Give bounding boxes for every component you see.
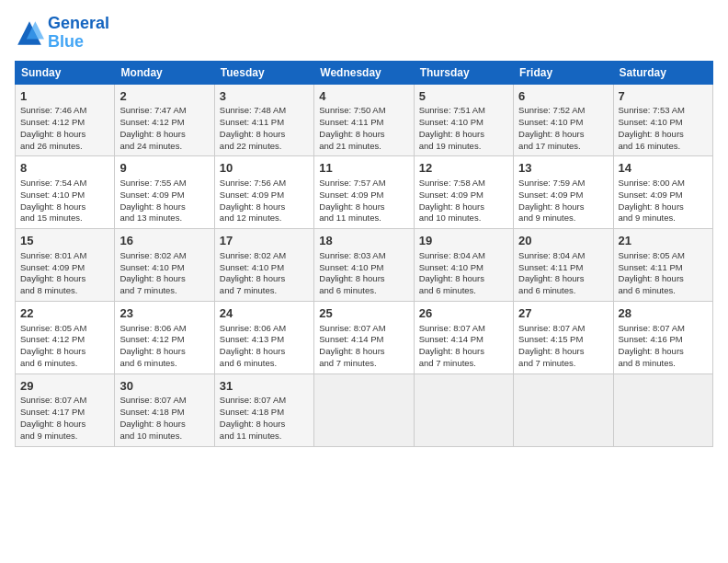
day-info: Sunrise: 7:54 AM Sunset: 4:10 PM Dayligh… [20,178,109,224]
day-cell [414,373,513,446]
week-row-4: 22Sunrise: 8:05 AM Sunset: 4:12 PM Dayli… [16,301,713,373]
day-cell: 5Sunrise: 7:51 AM Sunset: 4:10 PM Daylig… [414,84,513,156]
day-info: Sunrise: 8:03 AM Sunset: 4:10 PM Dayligh… [319,250,408,297]
day-number: 9 [119,160,209,177]
day-header-friday: Friday [514,61,613,84]
day-number: 7 [619,88,708,105]
day-cell: 29Sunrise: 8:07 AM Sunset: 4:17 PM Dayli… [16,373,115,446]
day-header-saturday: Saturday [613,61,712,84]
day-cell [613,373,712,446]
day-cell: 25Sunrise: 8:07 AM Sunset: 4:14 PM Dayli… [314,301,414,373]
day-info: Sunrise: 7:57 AM Sunset: 4:09 PM Dayligh… [319,178,408,224]
day-number: 31 [220,378,309,395]
day-info: Sunrise: 8:05 AM Sunset: 4:11 PM Dayligh… [619,250,708,297]
day-info: Sunrise: 8:04 AM Sunset: 4:11 PM Dayligh… [518,250,608,297]
day-cell: 13Sunrise: 7:59 AM Sunset: 4:09 PM Dayli… [514,156,613,229]
day-info: Sunrise: 8:02 AM Sunset: 4:10 PM Dayligh… [119,250,209,297]
day-number: 24 [220,305,309,322]
day-cell: 1Sunrise: 7:46 AM Sunset: 4:12 PM Daylig… [16,84,115,156]
header: General Blue [15,15,713,52]
day-info: Sunrise: 8:07 AM Sunset: 4:17 PM Dayligh… [20,395,109,442]
day-info: Sunrise: 7:59 AM Sunset: 4:09 PM Dayligh… [518,178,608,224]
day-cell: 31Sunrise: 8:07 AM Sunset: 4:18 PM Dayli… [214,373,313,446]
main-container: General Blue SundayMondayTuesdayWednesda… [0,0,728,563]
day-cell: 12Sunrise: 7:58 AM Sunset: 4:09 PM Dayli… [414,156,513,229]
day-info: Sunrise: 8:07 AM Sunset: 4:18 PM Dayligh… [220,395,309,442]
day-cell: 14Sunrise: 8:00 AM Sunset: 4:09 PM Dayli… [613,156,712,229]
day-cell: 3Sunrise: 7:48 AM Sunset: 4:11 PM Daylig… [214,84,313,156]
day-info: Sunrise: 8:07 AM Sunset: 4:15 PM Dayligh… [518,323,608,370]
day-number: 10 [220,160,309,177]
logo: General Blue [15,15,109,52]
day-number: 2 [119,88,209,105]
day-number: 5 [419,88,508,105]
day-info: Sunrise: 7:50 AM Sunset: 4:11 PM Dayligh… [319,105,408,152]
day-number: 13 [518,160,608,177]
day-number: 15 [20,233,109,249]
calendar-table: SundayMondayTuesdayWednesdayThursdayFrid… [15,61,713,447]
day-info: Sunrise: 7:46 AM Sunset: 4:12 PM Dayligh… [20,105,109,152]
day-cell: 20Sunrise: 8:04 AM Sunset: 4:11 PM Dayli… [514,229,613,302]
day-cell: 4Sunrise: 7:50 AM Sunset: 4:11 PM Daylig… [314,84,414,156]
day-info: Sunrise: 8:07 AM Sunset: 4:14 PM Dayligh… [319,323,408,370]
day-number: 20 [518,233,608,249]
day-cell: 26Sunrise: 8:07 AM Sunset: 4:14 PM Dayli… [414,301,513,373]
day-cell: 16Sunrise: 8:02 AM Sunset: 4:10 PM Dayli… [115,229,214,302]
week-row-2: 8Sunrise: 7:54 AM Sunset: 4:10 PM Daylig… [16,156,713,229]
day-number: 19 [419,233,508,249]
day-number: 14 [619,160,708,177]
day-info: Sunrise: 8:07 AM Sunset: 4:14 PM Dayligh… [419,323,508,370]
day-info: Sunrise: 7:58 AM Sunset: 4:09 PM Dayligh… [419,178,508,224]
day-header-monday: Monday [115,61,214,84]
day-number: 29 [20,378,109,395]
day-cell: 19Sunrise: 8:04 AM Sunset: 4:10 PM Dayli… [414,229,513,302]
day-number: 6 [518,88,608,105]
day-cell: 9Sunrise: 7:55 AM Sunset: 4:09 PM Daylig… [115,156,214,229]
day-number: 28 [619,305,708,322]
day-header-sunday: Sunday [16,61,115,84]
day-info: Sunrise: 8:07 AM Sunset: 4:16 PM Dayligh… [619,323,708,370]
logo-icon [15,18,44,48]
logo-text: General Blue [48,15,109,52]
day-number: 3 [220,88,309,105]
day-number: 17 [220,233,309,249]
header-row: SundayMondayTuesdayWednesdayThursdayFrid… [16,61,713,84]
day-header-thursday: Thursday [414,61,513,84]
day-number: 16 [119,233,209,249]
day-info: Sunrise: 8:07 AM Sunset: 4:18 PM Dayligh… [119,395,209,442]
day-number: 22 [20,305,109,322]
day-info: Sunrise: 7:56 AM Sunset: 4:09 PM Dayligh… [220,178,309,224]
day-cell: 22Sunrise: 8:05 AM Sunset: 4:12 PM Dayli… [16,301,115,373]
day-info: Sunrise: 7:48 AM Sunset: 4:11 PM Dayligh… [220,105,309,152]
day-cell: 21Sunrise: 8:05 AM Sunset: 4:11 PM Dayli… [613,229,712,302]
day-cell: 10Sunrise: 7:56 AM Sunset: 4:09 PM Dayli… [214,156,313,229]
day-header-wednesday: Wednesday [314,61,414,84]
day-info: Sunrise: 8:02 AM Sunset: 4:10 PM Dayligh… [220,250,309,297]
day-cell: 24Sunrise: 8:06 AM Sunset: 4:13 PM Dayli… [214,301,313,373]
day-cell: 18Sunrise: 8:03 AM Sunset: 4:10 PM Dayli… [314,229,414,302]
day-number: 21 [619,233,708,249]
day-cell: 15Sunrise: 8:01 AM Sunset: 4:09 PM Dayli… [16,229,115,302]
day-number: 23 [119,305,209,322]
day-cell: 17Sunrise: 8:02 AM Sunset: 4:10 PM Dayli… [214,229,313,302]
day-cell: 23Sunrise: 8:06 AM Sunset: 4:12 PM Dayli… [115,301,214,373]
day-number: 30 [119,378,209,395]
day-cell: 28Sunrise: 8:07 AM Sunset: 4:16 PM Dayli… [613,301,712,373]
day-number: 18 [319,233,408,249]
day-number: 1 [20,88,109,105]
day-info: Sunrise: 8:04 AM Sunset: 4:10 PM Dayligh… [419,250,508,297]
day-number: 11 [319,160,408,177]
day-info: Sunrise: 7:51 AM Sunset: 4:10 PM Dayligh… [419,105,508,152]
day-number: 8 [20,160,109,177]
day-number: 26 [419,305,508,322]
day-cell: 11Sunrise: 7:57 AM Sunset: 4:09 PM Dayli… [314,156,414,229]
day-number: 27 [518,305,608,322]
day-number: 12 [419,160,508,177]
day-cell: 7Sunrise: 7:53 AM Sunset: 4:10 PM Daylig… [613,84,712,156]
day-cell: 30Sunrise: 8:07 AM Sunset: 4:18 PM Dayli… [115,373,214,446]
day-info: Sunrise: 7:55 AM Sunset: 4:09 PM Dayligh… [119,178,209,224]
week-row-3: 15Sunrise: 8:01 AM Sunset: 4:09 PM Dayli… [16,229,713,302]
day-cell: 27Sunrise: 8:07 AM Sunset: 4:15 PM Dayli… [514,301,613,373]
day-info: Sunrise: 7:53 AM Sunset: 4:10 PM Dayligh… [619,105,708,152]
day-cell: 2Sunrise: 7:47 AM Sunset: 4:12 PM Daylig… [115,84,214,156]
